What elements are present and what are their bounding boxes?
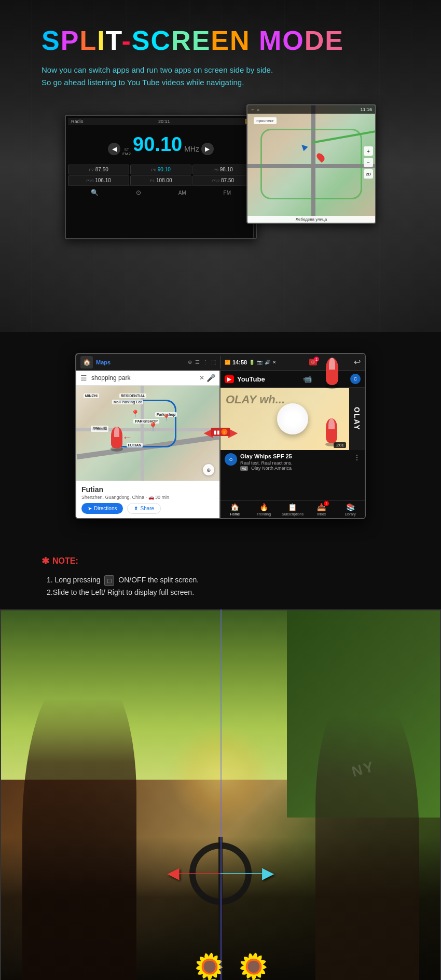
home-nav-icon: 🏠 xyxy=(230,503,239,511)
youtube-advertiser: Ad Olay North America xyxy=(240,466,350,471)
yt-nav-subs-label: Subscriptions xyxy=(282,512,304,516)
radio-top-label: Radio xyxy=(71,119,84,124)
radio-am-label: AM xyxy=(178,190,186,196)
maps-logo: Maps xyxy=(96,359,111,365)
directions-button[interactable]: ➤ Directions xyxy=(81,503,123,514)
inbox-nav-icon: 📥 2 xyxy=(317,503,326,511)
sound-icon: 🔊 xyxy=(265,360,270,365)
yt-more-options[interactable]: ⋮ xyxy=(353,453,361,461)
yt-nav-trending-label: Trending xyxy=(257,512,271,516)
nav-zoom-out[interactable]: − xyxy=(364,158,373,167)
radio-main: ◀ ST FM2 90.10 MHz ▶ xyxy=(68,125,254,160)
map-pin-2: 📍 xyxy=(131,410,140,418)
radio-freq-display: ◀ ST FM2 90.10 MHz ▶ xyxy=(108,133,214,156)
radio-next-btn[interactable]: ▶ xyxy=(201,143,214,155)
photo-arrows: ◀ ▶ xyxy=(168,865,273,882)
nav-map-screen: ▲ ← ⬦ 11:16 проспект + − 2D Лебедева ули… xyxy=(246,104,376,224)
battery-icon: 🔋 xyxy=(249,360,255,365)
yt-nav-home[interactable]: 🏠 Home xyxy=(220,503,250,516)
map-pin-1: 📍 xyxy=(148,422,158,432)
title-char-i: I xyxy=(97,25,105,56)
maps-menu-icon[interactable]: ☰ xyxy=(80,374,87,382)
radio-freq-center: ST FM2 xyxy=(122,148,131,156)
hero-subtitle: Now you can switch apps and run two apps… xyxy=(42,64,399,89)
youtube-video-area: OLAY wh... OLAY 1:01 xyxy=(220,388,365,450)
nav-bottom-bar: Лебедева улица xyxy=(247,216,375,223)
maps-panel: ☰ ✕ 🎤 MINZHI RESIDENTIAL Mall Parking Lo… xyxy=(76,354,220,518)
split-screen-btn[interactable]: ⊞ 1 xyxy=(309,359,317,365)
split-handle-box[interactable]: ▮▮ 2 xyxy=(211,428,230,436)
subtitle-line1: Now you can switch apps and run two apps… xyxy=(42,65,273,74)
camera-icon: 📷 xyxy=(257,360,263,365)
map-info-card: Futian Shenzhen, Guangdong, China · 🚗 30… xyxy=(76,481,219,518)
handle-badge: 2 xyxy=(222,429,228,435)
map-label-residential: RESIDENTIAL xyxy=(119,393,147,398)
maps-search-input[interactable] xyxy=(91,374,197,382)
demo-section: 🏠 Maps ⊕ ☰ ⋮ ⬚ 📶 14:58 🔋 📷 🔊 ✕ xyxy=(0,332,441,540)
radio-search-icon[interactable]: 🔍 xyxy=(91,189,99,196)
home-icon-btn[interactable]: 🏠 xyxy=(80,356,93,369)
youtube-avatar[interactable]: C xyxy=(350,374,361,384)
split-divider-handle: ▮▮ 2 xyxy=(211,428,230,436)
split-topbar-left: 🏠 Maps ⊕ ☰ ⋮ ⬚ xyxy=(76,356,220,369)
photo-left-red-arrow: ◀ xyxy=(168,865,179,882)
split-demo-container: 🏠 Maps ⊕ ☰ ⋮ ⬚ 📶 14:58 🔋 📷 🔊 ✕ xyxy=(75,353,366,519)
page-title: SPLIT-SCREEN MODE xyxy=(42,26,399,56)
maps-search-bar: ☰ ✕ 🎤 xyxy=(76,371,219,386)
maps-mic-icon[interactable]: 🎤 xyxy=(206,374,215,382)
youtube-video-details: Olay Whips SPF 25 Real test. Real reacti… xyxy=(240,453,350,471)
nav-screen-content: ▲ ← ⬦ 11:16 проспект + − 2D Лебедева ули… xyxy=(247,105,375,223)
radio-preset-4[interactable]: P19 106.10 xyxy=(68,175,129,185)
photo-vertical-line xyxy=(220,609,222,980)
title-dash: - xyxy=(122,25,132,56)
maps-top-icon1: ⊕ xyxy=(188,359,192,365)
radio-band: FM2 xyxy=(122,152,131,156)
map-finger-cursor xyxy=(108,426,126,454)
maps-clear-icon[interactable]: ✕ xyxy=(199,374,204,382)
map-label-minzhi: MINZHI xyxy=(84,393,99,398)
share-icon: ⬆ xyxy=(134,506,138,511)
youtube-advertiser-name: Olay North America xyxy=(251,466,292,471)
split-time: 14:58 xyxy=(232,359,247,365)
radio-unit: MHz xyxy=(184,145,199,156)
map-label-mall: Mall Parking Lot xyxy=(112,400,143,404)
yt-nav-library[interactable]: 📚 Library xyxy=(336,503,365,516)
nav-2d-btn[interactable]: 2D xyxy=(364,169,373,179)
maps-top-icon3: ⋮ xyxy=(203,359,208,365)
title-char-l: L xyxy=(79,25,97,56)
map-label-futian: FUTIAN xyxy=(127,443,143,447)
radio-preset-5[interactable]: P1 108.00 xyxy=(130,175,191,185)
youtube-camera-icon[interactable]: 📹 xyxy=(303,375,312,383)
radio-band-icon[interactable]: ⊙ xyxy=(136,189,141,196)
maps-top-icon4: ⬚ xyxy=(211,359,216,365)
radio-preset-2[interactable]: P8 90.10 xyxy=(130,165,191,174)
yt-nav-inbox[interactable]: 📥 2 Inbox xyxy=(307,503,336,516)
title-char-en: EN xyxy=(211,25,250,56)
yt-nav-inbox-label: Inbox xyxy=(317,512,326,516)
radio-preset-3[interactable]: P9 98.10 xyxy=(192,165,254,174)
photo-section: 🌻 🌻 ◀ ▶ NY xyxy=(0,609,441,980)
yt-nav-trending[interactable]: 🔥 Trending xyxy=(250,503,279,516)
share-button[interactable]: ⬆ Share xyxy=(127,503,161,514)
radio-frequency: 90.10 xyxy=(133,133,182,156)
back-btn[interactable]: ↩ xyxy=(354,357,361,367)
radio-top-bar: Radio 20:11 📶 xyxy=(68,118,254,125)
x-icon[interactable]: ✕ xyxy=(272,360,277,365)
youtube-nav-bar: 🏠 Home 🔥 Trending 📋 Subscriptions 📥 2 xyxy=(220,500,365,518)
radio-preset-1[interactable]: P7 87.50 xyxy=(68,165,129,174)
inbox-badge-count: 2 xyxy=(324,501,329,506)
map-compass: ⊕ xyxy=(203,464,214,475)
nav-street-label: проспект xyxy=(254,117,276,124)
nav-zoom-in[interactable]: + xyxy=(364,146,373,156)
radio-prev-btn[interactable]: ◀ xyxy=(108,143,120,155)
radio-st-label: ST xyxy=(122,148,131,152)
map-action-buttons: ➤ Directions ⬆ Share xyxy=(81,503,214,514)
youtube-logo-text: YouTube xyxy=(237,375,265,383)
nav-route-line xyxy=(260,129,363,199)
yt-channel-avatar: O xyxy=(225,453,237,466)
yt-nav-subscriptions[interactable]: 📋 Subscriptions xyxy=(278,503,307,516)
radio-preset-6[interactable]: P12 87.50 xyxy=(192,175,254,185)
finger-gesture-top-right xyxy=(321,355,344,391)
directions-icon: ➤ xyxy=(88,506,92,511)
radio-screen-content: Radio 20:11 📶 ◀ ST FM2 90.10 MHz xyxy=(66,116,256,238)
